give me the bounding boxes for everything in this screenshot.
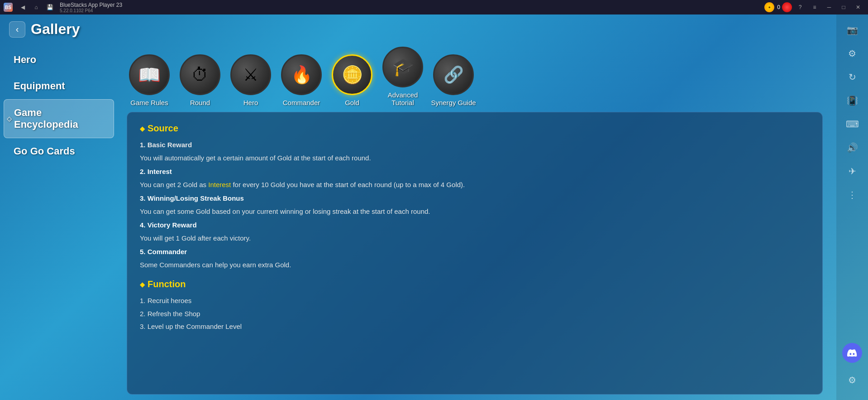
- game-rules-icon: 📖: [129, 54, 170, 95]
- source-item-2-body: You can get 2 Gold as Interest for every…: [140, 180, 810, 190]
- back-button[interactable]: ‹: [9, 21, 25, 38]
- gold-coin-icon: ●: [764, 2, 774, 12]
- title-bar: BS ◀ ⌂ 💾 BlueStacks App Player 23 5.22.0…: [0, 0, 868, 14]
- hero-tab-icon: ⚔: [230, 54, 271, 95]
- gold-icon: 🪙: [332, 54, 372, 95]
- function-item-2: 2. Refresh the Shop: [140, 309, 810, 319]
- sidebar: Hero Equipment GameEncyclopedia Go Go Ca…: [0, 42, 118, 400]
- nav-save-button[interactable]: 💾: [43, 3, 56, 12]
- source-item-3-body: You can get some Gold based on your curr…: [140, 207, 810, 217]
- category-tabs: 📖 Game Rules ⏱ Round ⚔ Hero 🔥 Commander …: [118, 42, 832, 106]
- gallery-title: Gallery: [31, 21, 80, 38]
- nav-home-button[interactable]: ⌂: [30, 3, 43, 12]
- commander-icon: 🔥: [281, 54, 322, 95]
- tab-advanced-tutorial[interactable]: 🎓 AdvancedTutorial: [380, 47, 425, 106]
- right-icon-flight[interactable]: ✈: [841, 160, 863, 182]
- tab-commander-label: Commander: [283, 99, 320, 106]
- content-area: Source 1. Basic Reward You will automati…: [127, 112, 823, 395]
- right-icon-settings[interactable]: ⚙: [841, 43, 863, 64]
- synergy-guide-icon: 🔗: [433, 54, 474, 95]
- tab-round-label: Round: [190, 99, 210, 106]
- title-bar-controls: ● 0 ? ≡ ─ □ ✕: [764, 2, 864, 12]
- main-panel: 📖 Game Rules ⏱ Round ⚔ Hero 🔥 Commander …: [118, 42, 868, 400]
- red-icon: [782, 2, 792, 12]
- sidebar-item-equipment[interactable]: Equipment: [0, 73, 118, 99]
- sidebar-item-game-encyclopedia[interactable]: GameEncyclopedia: [4, 99, 114, 138]
- source-item-3-header: 3. Winning/Losing Streak Bonus: [140, 193, 810, 204]
- tab-gold[interactable]: 🪙 Gold: [329, 54, 375, 106]
- source-item-4-header: 4. Victory Reward: [140, 220, 810, 231]
- title-bar-nav: ◀ ⌂ 💾: [16, 3, 56, 12]
- restore-button[interactable]: □: [837, 3, 850, 12]
- function-section-title: Function: [140, 279, 810, 289]
- close-button[interactable]: ✕: [852, 3, 864, 12]
- title-bar-left: BS ◀ ⌂ 💾 BlueStacks App Player 23 5.22.0…: [4, 2, 122, 13]
- minimize-button[interactable]: ─: [823, 3, 835, 12]
- interest-highlight: Interest: [208, 181, 231, 188]
- right-icon-gear2[interactable]: ⚙: [841, 369, 863, 391]
- coin-count: 0: [777, 4, 780, 10]
- right-icon-screenshot[interactable]: 📷: [841, 19, 863, 41]
- tab-synergy-guide[interactable]: 🔗 Synergy Guide: [431, 54, 476, 106]
- right-icon-shake[interactable]: 📳: [841, 90, 863, 111]
- source-section-title: Source: [140, 123, 810, 134]
- source-item-5-body: Some Commanders can help you earn extra …: [140, 260, 810, 270]
- tab-round[interactable]: ⏱ Round: [177, 54, 223, 106]
- right-sidebar: 📷 ⚙ ↻ 📳 ⌨ 🔊 ✈ ⋮ ⚙: [836, 14, 868, 400]
- app-icon: BS: [4, 3, 13, 12]
- right-icon-more[interactable]: ⋮: [841, 184, 863, 206]
- function-item-1: 1. Recruit heroes: [140, 296, 810, 306]
- tab-advanced-tutorial-label: AdvancedTutorial: [388, 91, 418, 106]
- help-button[interactable]: ?: [794, 3, 806, 12]
- function-item-3: 3. Level up the Commander Level: [140, 322, 810, 332]
- body-layout: Hero Equipment GameEncyclopedia Go Go Ca…: [0, 42, 868, 400]
- nav-back-button[interactable]: ◀: [16, 3, 29, 12]
- right-icon-volume[interactable]: 🔊: [841, 137, 863, 159]
- advanced-tutorial-icon: 🎓: [382, 47, 423, 87]
- tab-gold-label: Gold: [345, 99, 359, 106]
- right-icon-keyboard[interactable]: ⌨: [841, 113, 863, 135]
- sidebar-item-go-go-cards[interactable]: Go Go Cards: [0, 138, 118, 164]
- right-icon-rotate[interactable]: ↻: [841, 66, 863, 88]
- round-icon: ⏱: [180, 54, 220, 95]
- main-content: ‹ Gallery Hero Equipment GameEncyclopedi…: [0, 14, 868, 400]
- source-item-4-body: You will get 1 Gold after each victory.: [140, 233, 810, 244]
- tab-hero[interactable]: ⚔ Hero: [228, 54, 273, 106]
- app-title: BlueStacks App Player 23 5.22.0.1102 P64: [60, 2, 122, 13]
- source-item-2-header: 2. Interest: [140, 167, 810, 177]
- tab-commander[interactable]: 🔥 Commander: [279, 54, 324, 106]
- tab-game-rules-label: Game Rules: [130, 99, 168, 106]
- source-item-5-header: 5. Commander: [140, 247, 810, 257]
- menu-button[interactable]: ≡: [808, 3, 821, 12]
- gallery-header: ‹ Gallery: [0, 14, 868, 42]
- tab-game-rules[interactable]: 📖 Game Rules: [127, 54, 172, 106]
- discord-button[interactable]: [842, 343, 862, 363]
- source-item-1-body: You will automatically get a certain amo…: [140, 153, 810, 164]
- source-item-1-header: 1. Basic Reward: [140, 140, 810, 150]
- sidebar-item-hero[interactable]: Hero: [0, 47, 118, 73]
- tab-synergy-guide-label: Synergy Guide: [431, 99, 476, 106]
- tab-hero-label: Hero: [243, 99, 258, 106]
